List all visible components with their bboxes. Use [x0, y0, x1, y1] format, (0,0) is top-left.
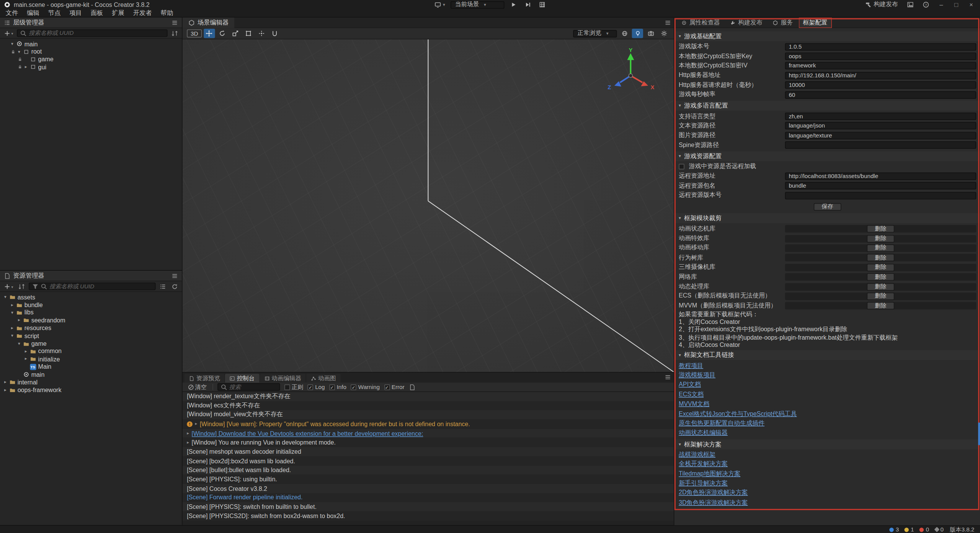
log-row[interactable]: [Scene] Forward render pipeline initiali…: [183, 493, 674, 502]
filter-log-checkbox[interactable]: ✓Log: [308, 384, 325, 390]
asset-node-row[interactable]: main: [0, 371, 182, 378]
build-publish-button[interactable]: 构建发布: [863, 1, 900, 9]
gizmo-toggle-button[interactable]: [619, 29, 630, 38]
expand-arrow-icon[interactable]: ▸: [187, 431, 189, 436]
maximize-button[interactable]: □: [951, 1, 961, 8]
field-input[interactable]: [785, 113, 977, 120]
hierarchy-node-row[interactable]: game: [0, 56, 182, 63]
anchor-tool-button[interactable]: [256, 29, 267, 38]
hierarchy-node-row[interactable]: ▸gui: [0, 63, 182, 71]
section-header[interactable]: ▾框架解决方案: [675, 439, 980, 449]
inspector-tab[interactable]: 构建发布: [725, 17, 767, 28]
expand-arrow-icon[interactable]: ▸: [9, 302, 15, 307]
menu-item[interactable]: 文件: [6, 9, 18, 18]
panel-menu-icon[interactable]: [665, 374, 671, 381]
log-row[interactable]: ▸[Window] You are running Vue in develop…: [183, 438, 674, 447]
collapse-arrow-icon[interactable]: ▾: [3, 294, 8, 299]
section-header[interactable]: ▾游戏资源配置: [675, 151, 980, 161]
regex-checkbox[interactable]: 正则: [284, 383, 303, 391]
assets-sort-button[interactable]: [17, 282, 26, 290]
delete-button[interactable]: 删除: [867, 264, 895, 271]
create-asset-button[interactable]: ▾: [3, 282, 15, 290]
panel-menu-icon[interactable]: [171, 272, 178, 279]
asset-node-row[interactable]: ▾script: [0, 332, 182, 340]
expand-arrow-icon[interactable]: ▸: [16, 318, 22, 323]
delete-button[interactable]: 删除: [867, 283, 895, 291]
play-button[interactable]: [508, 1, 519, 9]
expand-arrow-icon[interactable]: ▸: [23, 65, 29, 70]
field-input[interactable]: [785, 173, 977, 180]
log-row[interactable]: [Scene] [PHYSICS2D]: switch from box2d-w…: [183, 511, 674, 520]
axis-gizmo[interactable]: Y X Z: [603, 48, 659, 98]
save-button[interactable]: 保存: [813, 203, 841, 211]
scene-viewport[interactable]: Y X Z: [183, 39, 674, 372]
asset-node-row[interactable]: TSMain: [0, 363, 182, 371]
section-header[interactable]: ▾游戏基础配置: [675, 31, 980, 41]
inspector-scrollbar[interactable]: [978, 423, 980, 445]
delete-button[interactable]: 删除: [867, 235, 895, 242]
snap-tool-button[interactable]: [269, 29, 280, 38]
log-row[interactable]: [Scene] [PHYSICS]: using builtin.: [183, 474, 674, 484]
field-input[interactable]: [785, 62, 977, 70]
panel-menu-icon[interactable]: [171, 19, 178, 26]
doc-link[interactable]: MVVM文档: [679, 400, 709, 408]
filter-funnel-icon[interactable]: [32, 283, 39, 290]
section-header[interactable]: ▾游戏多语言配置: [675, 101, 980, 111]
collapse-arrow-icon[interactable]: ▾: [9, 333, 15, 338]
log-row[interactable]: [Scene] meshopt wasm decoder initialized: [183, 447, 674, 456]
doc-link[interactable]: 游戏模板项目: [679, 371, 715, 379]
log-row[interactable]: !▸[Window] [Vue warn]: Property "onInput…: [183, 420, 674, 429]
doc-link[interactable]: 新手引导解决方案: [679, 479, 728, 487]
hierarchy-node-row[interactable]: ▾main: [0, 40, 182, 47]
rect-tool-button[interactable]: [243, 29, 254, 38]
status-error-count[interactable]: 0: [920, 526, 929, 533]
console-tab[interactable]: 资源预览: [185, 374, 224, 383]
close-button[interactable]: ×: [966, 1, 976, 8]
camera-settings-button[interactable]: [645, 29, 656, 38]
console-search-input[interactable]: [229, 384, 277, 390]
doc-link[interactable]: Tiledmap地图解决方案: [679, 470, 740, 478]
log-row[interactable]: ▸[Window] Download the Vue Devtools exte…: [183, 429, 674, 438]
doc-link[interactable]: API文档: [679, 381, 701, 389]
field-input[interactable]: [785, 192, 977, 199]
minimize-button[interactable]: –: [936, 1, 946, 8]
field-input[interactable]: [785, 91, 977, 99]
asset-node-row[interactable]: ▸resources: [0, 324, 182, 332]
step-button[interactable]: [523, 1, 533, 9]
inspector-tab[interactable]: 框架配置: [799, 17, 832, 28]
filter-info-checkbox[interactable]: ✓Info: [329, 384, 346, 390]
console-clear-button[interactable]: 清空: [186, 383, 208, 391]
expand-arrow-icon[interactable]: ▸: [23, 356, 29, 361]
collapse-arrow-icon[interactable]: ▾: [9, 310, 15, 315]
console-tab[interactable]: 控制台: [225, 374, 259, 383]
collapse-arrow-icon[interactable]: ▾: [16, 49, 22, 54]
inspector-tab[interactable]: 属性检查器: [677, 17, 724, 28]
menu-item[interactable]: 面板: [91, 9, 103, 18]
field-input[interactable]: [785, 132, 977, 139]
delete-button[interactable]: 删除: [867, 244, 895, 252]
feedback-button[interactable]: [905, 1, 916, 9]
expand-arrow-icon[interactable]: ▸: [3, 380, 8, 385]
open-log-file-icon[interactable]: [409, 384, 416, 391]
inspector-tab[interactable]: 服务: [768, 17, 797, 28]
move-tool-button[interactable]: [204, 29, 215, 38]
field-input[interactable]: [785, 182, 977, 190]
log-row[interactable]: [Window] ecs文件夹不存在: [183, 401, 674, 410]
assets-search-input[interactable]: [49, 283, 152, 289]
doc-link[interactable]: Excel格式转Json文件与TypeScript代码工具: [679, 410, 797, 418]
status-info-count[interactable]: 3: [889, 526, 899, 533]
mode-3d-button[interactable]: 3D: [187, 29, 202, 38]
delete-button[interactable]: 删除: [867, 273, 895, 281]
filter-warning-checkbox[interactable]: ✓Warning: [351, 384, 380, 390]
preview-device-button[interactable]: ▾: [432, 1, 447, 9]
scene-settings-button[interactable]: [658, 29, 669, 38]
hierarchy-search-input[interactable]: [29, 30, 164, 36]
field-input[interactable]: [785, 141, 977, 149]
asset-node-row[interactable]: ▸seedrandom: [0, 316, 182, 324]
filter-error-checkbox[interactable]: ✓Error: [384, 384, 404, 390]
log-row[interactable]: [Scene] [bullet]:bullet wasm lib loaded.: [183, 466, 674, 475]
asset-node-row[interactable]: ▸oops-framework: [0, 386, 182, 394]
expand-arrow-icon[interactable]: ▸: [195, 422, 197, 427]
delete-button[interactable]: 删除: [867, 225, 895, 233]
field-input[interactable]: [785, 82, 977, 89]
